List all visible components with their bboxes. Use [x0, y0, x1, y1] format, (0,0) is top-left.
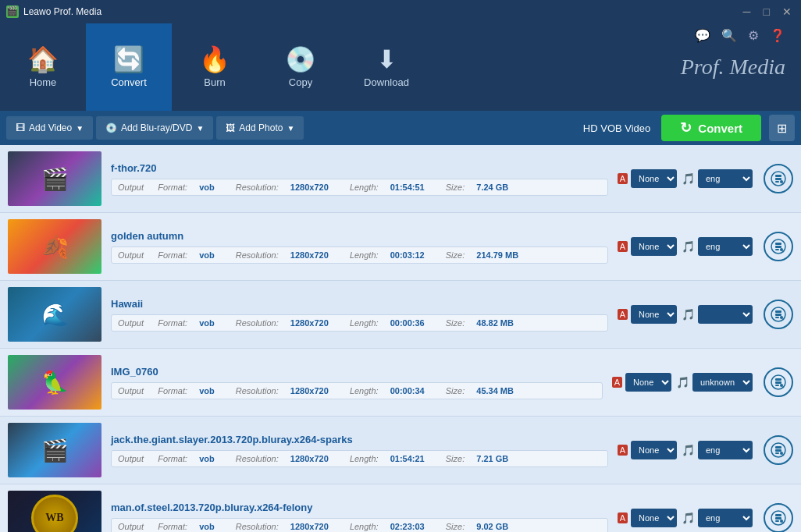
app-logo-icon: 🎬 [6, 5, 19, 18]
audio-select-img-0760[interactable]: unknown [692, 373, 753, 392]
nav-burn[interactable]: 🔥 Burn [172, 23, 258, 111]
video-thumb-img-0760: 🦜 [8, 355, 101, 410]
video-info-golden-autumn: golden autumn Output Format: vob Resolut… [101, 230, 618, 264]
meta-length: Length: 00:00:36 [350, 318, 434, 328]
meta-resolution: Resolution: 1280x720 [236, 318, 338, 328]
meta-length: Length: 02:23:03 [350, 522, 434, 531]
subtitle-icon-man-of-steel: A [618, 512, 628, 523]
subtitle-select-jack[interactable]: None [631, 441, 677, 459]
edit-button-hawaii[interactable] [764, 300, 793, 329]
audio-icon-jack: 🎵 [682, 444, 695, 456]
svg-rect-3 [775, 181, 779, 183]
convert-refresh-icon: ↻ [680, 119, 692, 137]
subtitle-select-man-of-steel[interactable]: None [631, 509, 677, 527]
video-list: 🎬 f-thor.720 Output Format: vob Resoluti… [0, 145, 801, 532]
meta-output: Output Format: vob [118, 454, 224, 463]
svg-rect-15 [775, 317, 779, 318]
subtitle-icon-img-0760: A [612, 377, 622, 388]
thumb-icon: 🍂 [41, 234, 69, 260]
subtitle-select-hawaii[interactable]: None [631, 305, 677, 324]
video-meta-f-thor: Output Format: vob Resolution: 1280x720 … [111, 179, 608, 196]
layout-button[interactable]: ⊞ [769, 115, 795, 141]
audio-icon-golden-autumn: 🎵 [682, 240, 695, 253]
subtitle-select-golden-autumn[interactable]: None [631, 237, 677, 256]
subtitle-select-img-0760[interactable]: None [625, 373, 671, 392]
add-bluray-arrow: ▼ [196, 124, 204, 133]
audio-group-hawaii: 🎵 [682, 305, 753, 324]
subtitle-select-f-thor[interactable]: None [631, 169, 677, 188]
chat-icon[interactable]: 💬 [695, 28, 710, 43]
add-video-arrow: ▼ [76, 124, 84, 133]
add-photo-button[interactable]: 🖼 Add Photo ▼ [216, 116, 304, 140]
nav-copy[interactable]: 💿 Copy [258, 23, 344, 111]
subtitle-icon-f-thor: A [618, 173, 628, 184]
video-title-f-thor: f-thor.720 [111, 162, 608, 174]
settings-icon[interactable]: ⚙ [748, 28, 759, 43]
audio-select-f-thor[interactable]: eng [698, 169, 753, 188]
video-meta-hawaii: Output Format: vob Resolution: 1280x720 … [111, 314, 608, 332]
meta-length: Length: 00:00:34 [350, 386, 434, 395]
maximize-button[interactable]: □ [760, 5, 773, 18]
video-thumb-jack: 🎬 [8, 423, 101, 477]
audio-group-f-thor: 🎵 eng [682, 169, 753, 188]
video-controls-man-of-steel: A None 🎵 eng [618, 503, 793, 532]
thumb-icon: 🎬 [41, 438, 69, 463]
audio-select-hawaii[interactable] [698, 305, 753, 324]
meta-size: Size: 9.02 GB [446, 522, 518, 531]
svg-point-10 [780, 248, 783, 251]
audio-select-golden-autumn[interactable]: eng [698, 237, 753, 256]
video-title-golden-autumn: golden autumn [111, 230, 608, 242]
nav-burn-label: Burn [204, 76, 225, 88]
convert-icon: 🔄 [113, 47, 144, 72]
add-bluray-button[interactable]: 💿 Add Blu-ray/DVD ▼ [96, 116, 213, 140]
meta-size: Size: 7.21 GB [446, 454, 518, 463]
nav-bar: 💬 🔍 ⚙ ❓ 🏠 Home 🔄 Convert 🔥 Burn 💿 Copy ⬇… [0, 23, 801, 111]
add-video-button[interactable]: 🎞 Add Video ▼ [6, 116, 93, 140]
video-row-golden-autumn: 🍂 golden autumn Output Format: vob Resol… [0, 213, 801, 281]
edit-button-f-thor[interactable] [764, 164, 793, 193]
video-info-man-of-steel: man.of.steel.2013.720p.bluray.x264-felon… [101, 502, 618, 533]
add-photo-label: Add Photo [239, 122, 283, 133]
nav-convert-label: Convert [111, 76, 147, 88]
edit-button-golden-autumn[interactable] [764, 232, 793, 261]
subtitle-icon-golden-autumn: A [618, 241, 628, 252]
edit-button-jack[interactable] [764, 435, 793, 465]
close-button[interactable]: ✕ [779, 5, 795, 18]
minimize-button[interactable]: ─ [740, 5, 754, 18]
nav-download[interactable]: ⬇ Download [344, 23, 429, 111]
svg-rect-14 [775, 314, 781, 316]
svg-rect-25 [775, 446, 781, 449]
layout-icon: ⊞ [777, 122, 787, 135]
help-icon[interactable]: ❓ [770, 28, 785, 43]
video-row-f-thor: 🎬 f-thor.720 Output Format: vob Resoluti… [0, 145, 801, 213]
svg-point-28 [780, 452, 783, 455]
meta-output: Output Format: vob [118, 386, 224, 395]
video-controls-jack: A None 🎵 eng [618, 435, 793, 465]
video-thumb-hawaii: 🌊 [8, 287, 101, 342]
svg-rect-9 [775, 249, 779, 250]
video-row-img-0760: 🦜 IMG_0760 Output Format: vob Resolution… [0, 349, 801, 417]
thumb-icon: 🌊 [41, 302, 69, 328]
subtitle-group-golden-autumn: A None [618, 237, 677, 256]
svg-point-34 [780, 520, 783, 523]
video-info-f-thor: f-thor.720 Output Format: vob Resolution… [101, 162, 618, 196]
audio-select-jack[interactable]: eng [698, 441, 753, 459]
video-row-hawaii: 🌊 Hawaii Output Format: vob Resolution: … [0, 281, 801, 349]
audio-icon-img-0760: 🎵 [676, 376, 689, 388]
edit-button-man-of-steel[interactable] [764, 503, 793, 532]
video-info-hawaii: Hawaii Output Format: vob Resolution: 12… [101, 298, 618, 332]
convert-button[interactable]: ↻ Convert [661, 115, 761, 141]
convert-button-label: Convert [698, 122, 742, 135]
svg-rect-27 [775, 452, 779, 454]
audio-icon-hawaii: 🎵 [682, 308, 695, 321]
search-icon[interactable]: 🔍 [721, 28, 737, 43]
audio-select-man-of-steel[interactable]: eng [698, 509, 753, 527]
subtitle-icon-jack: A [618, 445, 628, 456]
add-video-label: Add Video [29, 122, 72, 133]
nav-home[interactable]: 🏠 Home [0, 23, 86, 111]
home-icon: 🏠 [27, 47, 59, 72]
edit-button-img-0760[interactable] [764, 367, 793, 397]
nav-convert[interactable]: 🔄 Convert [86, 23, 172, 111]
audio-group-golden-autumn: 🎵 eng [682, 237, 753, 256]
app-title: Leawo Prof. Media [23, 6, 101, 17]
